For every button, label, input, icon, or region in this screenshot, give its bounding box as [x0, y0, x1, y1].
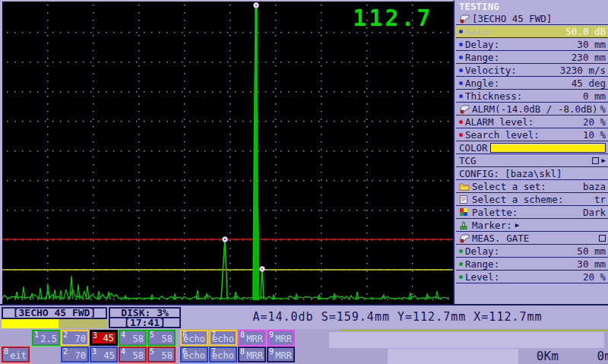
- row-value: 45 deg: [572, 78, 606, 89]
- bullet-icon: [459, 94, 463, 98]
- panel-row-gain[interactable]: Gain:50.0 dB: [456, 25, 608, 38]
- fkey-top-6[interactable]: 6echo: [180, 330, 208, 346]
- fkey-label: 58: [133, 334, 144, 344]
- depth-readout: 112.7: [329, 5, 457, 31]
- panel-row-delay[interactable]: Delay:50 mm: [456, 245, 608, 258]
- probe-icon: [459, 233, 470, 243]
- fkey-bottom-8[interactable]: 8MRR: [238, 347, 266, 362]
- distance-row: Distance:0Km0m-3mmm: [329, 332, 604, 348]
- fkey-number: 5: [150, 347, 154, 356]
- fkey-number: 3: [92, 347, 97, 356]
- panel-row-velocity[interactable]: Velocity:3230 m/s: [456, 64, 608, 77]
- fkey-top-1[interactable]: 12.5: [32, 330, 60, 346]
- panel-row-alrm-14-0db-8-0db[interactable]: ALRM(-14.0dB / -8.0dB)%: [456, 103, 608, 116]
- fkey-label: 45: [104, 350, 115, 361]
- bullet-icon: [459, 30, 463, 33]
- panel-header: TESTING: [456, 0, 608, 12]
- row-value: 0 mm: [583, 90, 606, 102]
- scheme-icon: [459, 195, 470, 204]
- fkey-bottom-0[interactable]: 0eit: [2, 347, 30, 362]
- panel-row-palette[interactable]: Palette:Dark: [456, 206, 608, 219]
- submenu-arrow-icon: ▶: [515, 221, 519, 229]
- fkey-bottom-4[interactable]: 458: [119, 347, 147, 362]
- bullet-icon: [459, 81, 463, 85]
- ascan-scope: 112.7: [0, 0, 454, 304]
- fkey-label: echo: [212, 350, 234, 361]
- row-label: TCG: [459, 155, 477, 166]
- fkey-top-9[interactable]: 9MRR: [267, 330, 295, 346]
- row-value: %: [600, 103, 606, 115]
- function-key-strip: 12.52703454585586echo7echo8MRR9MRR0eit27…: [0, 329, 608, 364]
- fkey-top-3[interactable]: 345: [90, 330, 118, 346]
- checkbox[interactable]: [599, 235, 606, 242]
- row-label: [3ECHO 45 FWD]: [472, 13, 552, 24]
- bullet-icon: [459, 133, 463, 137]
- row-label: Gain:: [465, 26, 494, 37]
- panel-rows: [3ECHO 45 FWD]Gain:50.0 dBDelay:30 mmRan…: [456, 12, 608, 283]
- panel-row-range[interactable]: Range:230 mm: [456, 51, 608, 64]
- marker-icon: [459, 220, 470, 230]
- checkbox[interactable]: [592, 157, 599, 164]
- row-label: ALARM level:: [465, 116, 534, 128]
- row-label: CONFIG: [baza\skl]: [459, 168, 562, 179]
- row-value: 30 mm: [577, 39, 606, 50]
- fkey-label: MRR: [246, 350, 263, 361]
- panel-row-tcg[interactable]: TCG▶: [456, 154, 608, 167]
- measurement-line: A=14.0db S=159.4mm Y=112.7mm X=112.7mm: [190, 310, 605, 324]
- fkey-label: echo: [183, 334, 205, 344]
- folder-icon: [459, 182, 470, 191]
- panel-row-range[interactable]: Range:30 mm: [456, 258, 608, 271]
- fkey-bottom-6[interactable]: 6echo: [180, 347, 208, 362]
- fkey-top-2[interactable]: 270: [61, 330, 89, 346]
- bullet-icon: [459, 120, 463, 124]
- fkey-number: 1: [34, 331, 39, 339]
- fkey-top-8[interactable]: 8MRR: [238, 330, 266, 346]
- row-value: 20 %: [583, 116, 606, 128]
- panel-row-delay[interactable]: Delay:30 mm: [456, 38, 608, 51]
- fkey-number: 5: [150, 331, 154, 339]
- color-swatch[interactable]: [490, 143, 606, 153]
- probe-icon: [459, 104, 470, 114]
- fkey-number: 2: [63, 347, 68, 356]
- fkey-bottom-2[interactable]: 270: [61, 347, 89, 362]
- fkey-top-7[interactable]: 7echo: [209, 330, 237, 346]
- panel-row-select-a-set[interactable]: Select a set:baza: [456, 180, 608, 193]
- fkey-label: 58: [162, 334, 173, 344]
- row-value: Dark: [583, 207, 606, 218]
- fkey-bottom-5[interactable]: 558: [147, 347, 176, 362]
- bullet-icon: [459, 275, 463, 279]
- progress-bar: [2, 319, 107, 328]
- panel-row-alarm-level[interactable]: ALARM level:20 %: [456, 116, 608, 128]
- bullet-icon: [459, 262, 463, 266]
- panel-row-select-a-scheme[interactable]: Select a scheme:tr: [456, 193, 608, 206]
- bullet-icon: [459, 249, 463, 253]
- fkey-top-4[interactable]: 458: [119, 330, 147, 346]
- fkey-top-5[interactable]: 558: [147, 330, 176, 346]
- panel-row-meas-gate[interactable]: MEAS. GATE: [456, 232, 608, 245]
- fkey-bottom-7[interactable]: 7echo: [209, 347, 237, 362]
- flaw-detector-screen: 112.7 TESTING [3ECHO 45 FWD]Gain:50.0 dB…: [0, 0, 608, 364]
- row-label: Palette:: [472, 207, 518, 218]
- fkey-number: 2: [63, 331, 68, 339]
- panel-row-marker[interactable]: Marker:▶: [456, 219, 608, 232]
- fkey-label: 70: [75, 350, 86, 361]
- submenu-arrow-icon: ▶: [602, 157, 606, 164]
- progress-fill: [2, 319, 59, 328]
- panel-row-color[interactable]: COLOR: [456, 141, 608, 154]
- row-label: Select a set:: [472, 181, 546, 192]
- panel-row-config-baza-skl[interactable]: CONFIG: [baza\skl]: [456, 167, 608, 180]
- panel-row-angle[interactable]: Angle:45 deg: [456, 77, 608, 90]
- fkey-label: 58: [162, 350, 173, 361]
- fkey-number: 3: [93, 331, 97, 340]
- fkey-bottom-3[interactable]: 345: [90, 347, 118, 362]
- row-label: Velocity:: [465, 65, 517, 76]
- fkey-label: echo: [183, 350, 205, 361]
- row-value: baza: [583, 181, 606, 192]
- row-value: tr: [594, 194, 606, 205]
- status-bar: [3ECHO 45 FWD] DISK: 3% [17:41] A=14.0db…: [0, 304, 608, 329]
- panel-row-search-level[interactable]: Search level:10 %: [456, 128, 608, 141]
- fkey-bottom-9[interactable]: 9MRR: [267, 347, 295, 362]
- panel-row-level[interactable]: Level:20 %: [456, 271, 608, 283]
- panel-row-3echo-45-fwd[interactable]: [3ECHO 45 FWD]: [456, 12, 608, 25]
- panel-row-thickness[interactable]: Thickness:0 mm: [456, 90, 608, 103]
